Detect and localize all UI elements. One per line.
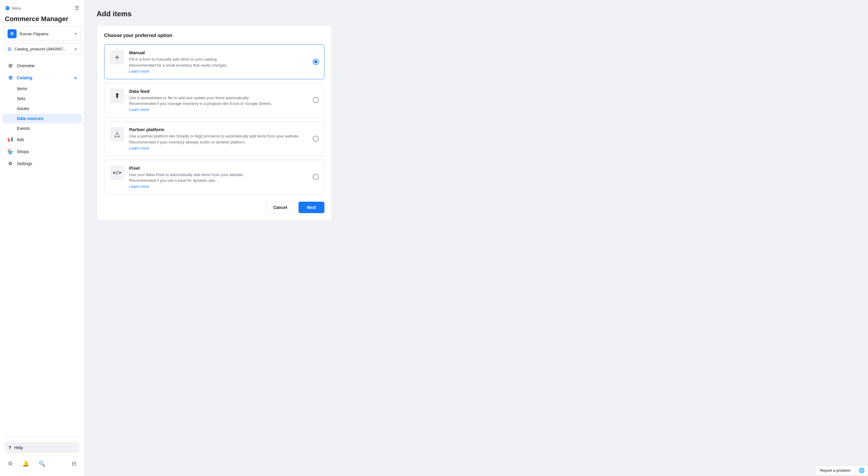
manual-title: Manual	[129, 50, 319, 55]
sidebar-item-ads[interactable]: 📢 Ads	[2, 134, 82, 145]
partner-platform-radio[interactable]	[313, 136, 319, 142]
catalog-label: Catalog	[17, 75, 70, 80]
sidebar-bottom-icons: ⚙ 🔔 🔍 ⊟	[5, 456, 80, 474]
settings-icon: ⚙	[7, 161, 13, 166]
settings-label: Settings	[17, 161, 77, 166]
data-feed-desc: Use a spreadsheet or file to add and upd…	[129, 95, 319, 101]
app-title: Commerce Manager	[0, 14, 84, 27]
pixel-icon-box: </>	[110, 166, 124, 180]
sidebar-item-issues[interactable]: Issues	[2, 104, 82, 113]
manual-radio[interactable]	[313, 59, 319, 65]
manual-learn-more-link[interactable]: Learn more	[129, 69, 149, 74]
button-row: Cancel Next	[104, 202, 324, 213]
report-bar: Report a problem 🌐	[815, 465, 868, 476]
sidebar-item-data-sources[interactable]: Data sources	[2, 114, 82, 123]
bell-icon[interactable]: 🔔	[21, 458, 31, 469]
pixel-code-icon: </>	[113, 170, 122, 175]
globe-button[interactable]: 🌐	[856, 465, 868, 476]
catalog-icon: ⊞	[7, 75, 13, 80]
report-problem-button[interactable]: Report a problem	[815, 466, 856, 475]
account-selector[interactable]: R Román Filgueira ▾	[4, 27, 81, 41]
data-feed-title: Data feed	[129, 89, 319, 94]
pixel-radio[interactable]	[313, 174, 319, 180]
next-button[interactable]: Next	[299, 202, 324, 213]
manual-rec: Recommended for a small inventory that r…	[129, 63, 319, 68]
sidebar: Meta ☰ Commerce Manager R Román Filgueir…	[0, 0, 85, 476]
data-feed-radio[interactable]	[313, 97, 319, 103]
partner-platform-content: Partner platform Use a partner platform …	[129, 127, 319, 150]
data-feed-radio-outer	[313, 97, 319, 103]
partner-platform-radio-outer	[313, 136, 319, 142]
sidebar-item-items[interactable]: Items	[2, 84, 82, 94]
option-manual[interactable]: + Manual Fill in a form to manually add …	[104, 44, 324, 79]
sidebar-item-shops[interactable]: 🏪 Shops	[2, 146, 82, 157]
partner-platform-learn-more-link[interactable]: Learn more	[129, 146, 149, 150]
option-pixel[interactable]: </> Pixel Use your Meta Pixel to automat…	[104, 160, 324, 195]
pixel-desc: Use your Meta Pixel to automatically add…	[129, 172, 319, 178]
sidebar-header: Meta ☰	[0, 0, 84, 14]
catalog-expand-icon: ∧	[74, 75, 77, 80]
search-icon[interactable]: 🔍	[37, 458, 47, 469]
catalog-chevron-icon: ▾	[75, 47, 77, 51]
meta-logo-text: Meta	[12, 6, 21, 10]
cancel-button[interactable]: Cancel	[266, 202, 295, 213]
shops-label: Shops	[17, 149, 77, 154]
data-feed-upload-icon: ⬆	[114, 92, 120, 100]
pixel-rec: Recommended if you use a pixel for dynam…	[129, 178, 319, 183]
pixel-radio-outer	[313, 174, 319, 180]
catalog-selector[interactable]: ⊞ Catalog_products (3842687... ▾	[4, 43, 81, 55]
manual-desc: Fill in a form to manually add items to …	[129, 56, 319, 62]
hamburger-icon[interactable]: ☰	[74, 5, 80, 11]
account-chevron-icon: ▾	[75, 32, 77, 36]
sidebar-footer: ? Help ⚙ 🔔 🔍 ⊟	[0, 440, 84, 476]
sidebar-item-label: Overview	[17, 63, 77, 68]
help-icon: ?	[8, 445, 11, 450]
sidebar-item-sets[interactable]: Sets	[2, 94, 82, 103]
sidebar-item-settings[interactable]: ⚙ Settings	[2, 158, 82, 169]
catalog-grid-icon: ⊞	[7, 46, 11, 52]
manual-icon-box: +	[110, 50, 124, 65]
partner-platform-icon: △	[115, 130, 120, 138]
data-feed-rec: Recommended if you manage inventory in a…	[129, 101, 319, 106]
option-partner-platform[interactable]: △ Partner platform Use a partner platfor…	[104, 121, 324, 156]
manual-content: Manual Fill in a form to manually add it…	[129, 50, 319, 74]
ads-icon: 📢	[7, 137, 13, 142]
data-feed-learn-more-link[interactable]: Learn more	[129, 107, 149, 112]
sidebar-item-catalog[interactable]: ⊞ Catalog ∧	[2, 72, 82, 83]
partner-platform-desc: Use a partner platform like Shopify or B…	[129, 133, 319, 139]
manual-radio-outer	[313, 59, 319, 65]
pixel-title: Pixel	[129, 166, 319, 171]
nav-section: ⊞ Overview ⊞ Catalog ∧ Items Sets Issues…	[0, 59, 84, 434]
ads-label: Ads	[17, 137, 77, 142]
gear-icon[interactable]: ⚙	[6, 458, 14, 469]
pixel-content: Pixel Use your Meta Pixel to automatical…	[129, 166, 319, 189]
option-data-feed[interactable]: ⬆ Data feed Use a spreadsheet or file to…	[104, 83, 324, 118]
add-items-card: Choose your preferred option + Manual Fi…	[97, 25, 332, 221]
sidebar-item-events[interactable]: Events	[2, 124, 82, 133]
sidebar-item-overview[interactable]: ⊞ Overview	[2, 60, 82, 71]
data-feed-icon-box: ⬆	[110, 89, 124, 103]
account-name: Román Filgueira	[20, 32, 72, 36]
card-subtitle: Choose your preferred option	[104, 33, 324, 38]
catalog-sub-items: Items Sets Issues Data sources Events	[0, 84, 84, 133]
globe-icon: 🌐	[859, 468, 865, 473]
sidebar-toggle-icon[interactable]: ⊟	[70, 458, 78, 469]
catalog-name: Catalog_products (3842687...	[14, 47, 72, 51]
manual-radio-inner	[314, 60, 317, 63]
data-feed-content: Data feed Use a spreadsheet or file to a…	[129, 89, 319, 112]
shops-icon: 🏪	[7, 148, 13, 154]
main-content: Add items Choose your preferred option +…	[85, 0, 868, 476]
help-item[interactable]: ? Help	[5, 442, 80, 453]
partner-platform-title: Partner platform	[129, 127, 319, 132]
manual-plus-icon: +	[115, 53, 119, 62]
pixel-learn-more-link[interactable]: Learn more	[129, 184, 149, 189]
overview-icon: ⊞	[7, 63, 13, 68]
partner-platform-icon-box: △	[110, 127, 124, 141]
meta-logo: Meta	[5, 5, 21, 11]
help-label: Help	[14, 445, 23, 450]
page-title: Add items	[97, 10, 856, 18]
partner-platform-rec: Recommended if your inventory already ex…	[129, 140, 319, 144]
avatar: R	[7, 29, 17, 38]
